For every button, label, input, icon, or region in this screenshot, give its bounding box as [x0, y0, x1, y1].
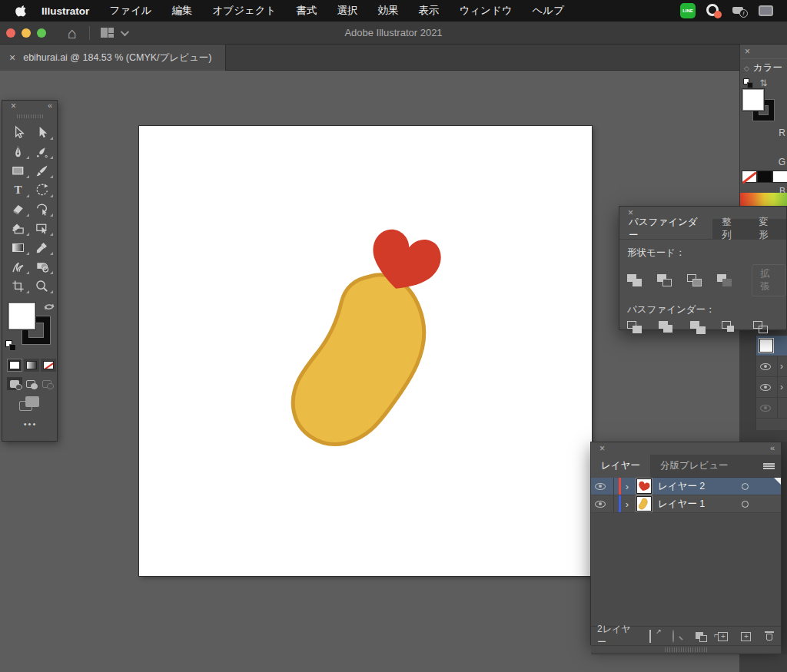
curvature-tool[interactable] [30, 143, 54, 160]
type-tool[interactable]: T [6, 181, 30, 198]
thumbnail[interactable] [759, 339, 773, 353]
draw-behind-mode[interactable] [23, 377, 38, 390]
blend-tool[interactable] [6, 258, 30, 275]
merge-button[interactable] [690, 321, 707, 334]
target-circle-icon[interactable] [742, 483, 749, 490]
ebi-furai-artwork[interactable] [139, 126, 592, 576]
delete-layer-icon[interactable] [764, 631, 775, 642]
eraser-tool[interactable] [6, 200, 30, 217]
unite-button[interactable] [627, 274, 643, 287]
docked-row[interactable]: › [756, 377, 787, 398]
expand-chevron-icon[interactable]: › [780, 361, 783, 372]
shape-builder-tool[interactable] [30, 200, 54, 217]
target-circle-icon[interactable] [742, 501, 749, 508]
visibility-eye-icon[interactable] [595, 501, 606, 508]
close-panel-icon[interactable]: × [11, 101, 16, 111]
crop-button[interactable] [722, 321, 739, 334]
expand-chevron-icon[interactable]: › [621, 498, 633, 510]
live-paint-selection-tool[interactable] [30, 220, 54, 237]
color-panel-tab[interactable]: ◇ カラー [740, 58, 787, 77]
new-layer-icon[interactable]: + [741, 631, 752, 642]
document-tab[interactable]: × ebihurai.ai @ 184.53 % (CMYK/プレビュー) [0, 45, 226, 71]
visibility-eye-icon[interactable] [760, 363, 771, 370]
close-panel-icon[interactable]: × [599, 443, 605, 454]
none-swatch[interactable] [742, 170, 757, 183]
tab-separations-preview[interactable]: 分版プレビュー [650, 455, 739, 478]
layer-thumbnail[interactable] [636, 478, 652, 494]
panel-toggle-icon[interactable]: ◇ [744, 65, 749, 72]
rotate-tool[interactable] [30, 181, 54, 198]
default-swatches-icon[interactable] [743, 78, 753, 88]
rectangle-tool[interactable] [6, 162, 30, 179]
shrimp-body-shape[interactable] [293, 275, 424, 445]
gradient-button[interactable] [24, 359, 39, 372]
fill-swatch[interactable] [742, 89, 764, 111]
expand-chevron-icon[interactable]: › [621, 481, 633, 492]
tab-transform[interactable]: 変形 [749, 219, 786, 239]
menu-item-edit[interactable]: 編集 [172, 4, 193, 18]
menu-item-type[interactable]: 書式 [296, 4, 317, 18]
menu-item-file[interactable]: ファイル [109, 4, 151, 18]
paintbrush-tool[interactable] [30, 162, 54, 179]
symbol-tool[interactable] [30, 258, 54, 275]
menu-item-window[interactable]: ウィンドウ [459, 4, 512, 18]
make-clipping-mask-icon[interactable] [696, 631, 706, 642]
tab-pathfinder[interactable]: パスファインダー [619, 219, 712, 239]
layer-name[interactable]: レイヤー 2 [658, 480, 705, 493]
eyedropper-tool[interactable] [30, 239, 54, 256]
menu-app-name[interactable]: Illustrator [42, 5, 89, 17]
line-status-icon[interactable]: LINE [680, 3, 696, 18]
selection-tool[interactable] [6, 124, 30, 141]
outline-button[interactable] [753, 321, 770, 334]
tab-align[interactable]: 整列 [712, 219, 749, 239]
black-swatch[interactable] [757, 170, 772, 183]
collapse-panel-icon[interactable]: « [48, 101, 52, 110]
layer-row-2[interactable]: › レイヤー 2 [591, 478, 781, 495]
layer-row-1[interactable]: › レイヤー 1 [591, 495, 781, 513]
visibility-eye-icon[interactable] [760, 405, 771, 412]
swap-fill-stroke-icon[interactable] [43, 301, 55, 312]
direct-selection-tool[interactable] [30, 124, 54, 141]
search-icon[interactable] [672, 631, 683, 642]
panel-menu-icon[interactable] [763, 463, 775, 469]
visibility-eye-icon[interactable] [595, 483, 606, 490]
default-swatches-icon[interactable] [5, 340, 16, 351]
expand-chevron-icon[interactable]: › [780, 382, 783, 392]
intersect-button[interactable] [687, 274, 702, 287]
divide-button[interactable] [627, 321, 644, 334]
visibility-cell[interactable] [591, 495, 614, 512]
docked-row[interactable]: › [756, 356, 787, 377]
fill-swatch[interactable] [8, 303, 35, 329]
creative-cloud-sync-icon[interactable] [706, 3, 722, 18]
docked-row-selected[interactable] [756, 336, 787, 356]
display-status-icon[interactable] [759, 5, 773, 16]
visibility-cell[interactable] [591, 478, 614, 495]
expand-button[interactable]: 拡張 [752, 264, 786, 296]
pen-tool[interactable] [6, 143, 30, 160]
trim-button[interactable] [659, 321, 676, 334]
menu-item-view[interactable]: 表示 [418, 4, 439, 18]
artboard-tool[interactable] [6, 277, 30, 294]
color-button[interactable] [7, 359, 22, 372]
close-panel-icon[interactable]: × [628, 207, 633, 218]
minus-front-button[interactable] [657, 274, 672, 287]
collect-for-export-icon[interactable] [649, 631, 660, 642]
zoom-tool[interactable] [30, 277, 54, 294]
layer-name[interactable]: レイヤー 1 [658, 498, 705, 511]
docked-row[interactable] [756, 398, 787, 419]
draw-normal-mode[interactable] [7, 377, 22, 390]
white-swatch[interactable] [772, 170, 787, 183]
gradient-tool[interactable] [6, 239, 30, 256]
swap-fill-stroke-icon[interactable]: ⇄ [759, 79, 769, 87]
artboard[interactable] [139, 126, 592, 576]
apple-menu-icon[interactable] [15, 5, 28, 17]
draw-inside-mode[interactable] [39, 377, 55, 390]
close-document-icon[interactable]: × [9, 51, 15, 64]
visibility-eye-icon[interactable] [760, 384, 771, 391]
edit-toolbar-button[interactable]: ••• [2, 419, 58, 429]
change-screen-mode-icon[interactable] [19, 396, 41, 412]
menu-item-effect[interactable]: 効果 [377, 4, 398, 18]
menu-item-select[interactable]: 選択 [337, 4, 357, 18]
layer-thumbnail[interactable] [636, 496, 652, 511]
live-paint-bucket-tool[interactable] [6, 220, 30, 237]
